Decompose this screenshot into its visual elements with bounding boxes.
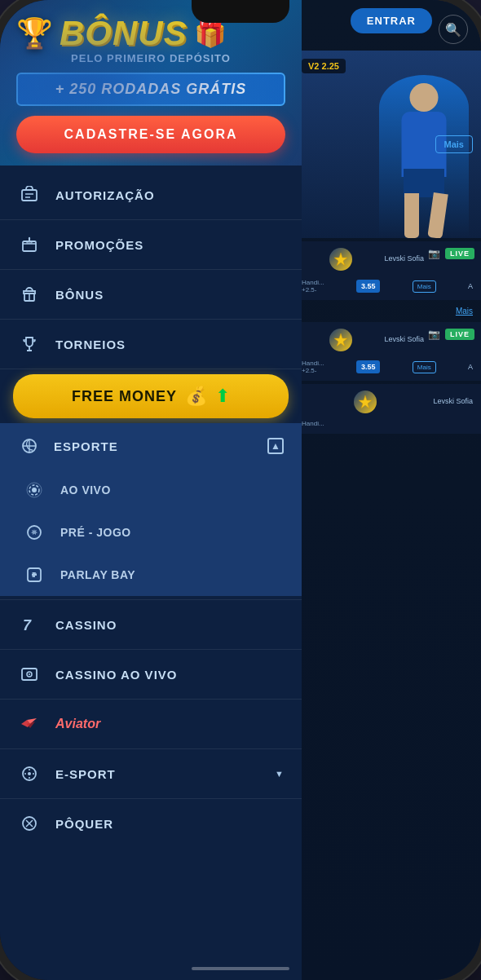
promocoes-label: PROMOÇÕES [55,238,143,252]
aviator-icon [18,713,41,735]
free-money-button[interactable]: FREE MONEY 💰 ⬆ [13,374,289,418]
bonus-icon [18,283,41,306]
sidebar-item-ao-vivo[interactable]: AO VIVO [0,469,302,511]
svg-marker-0 [334,253,347,266]
cadastre-button[interactable]: CADASTRE-SE AGORA [16,116,285,153]
sidebar-item-parlay-bay[interactable]: P PARLAY BAY [0,554,302,596]
odds-spread-2: +2.5- [302,367,324,374]
sidebar-item-poquer[interactable]: PÔQUER [0,801,302,846]
mais-link[interactable]: Mais [456,307,473,316]
bonus-label: BÔNUS [55,288,104,302]
sidebar-item-torneios[interactable]: TORNEIOS [0,321,302,367]
phone-screen: 🔍 ENTRAR V2 2.25 [0,0,481,980]
odds-type-2: Handi... [302,360,324,367]
mais-divider: Mais [293,303,481,319]
bonus-subtitle: PELO PRIMEIRO DEPÓSITO [16,52,285,64]
sidebar-item-cassino[interactable]: 7 CASSINO [0,602,302,647]
a-label-2: A [468,363,473,371]
a-label-1: A [468,282,473,290]
divider-3 [0,319,302,320]
live-match-card-1: LIVE 📷 Levski Sofia Handi... [293,241,481,300]
sidebar-item-autorizacao[interactable]: AUTORIZAÇÃO [0,172,302,218]
live-badge-1: LIVE [445,248,474,259]
odds-spread-1: +2.5- [302,286,324,294]
sidebar-item-cassino-ao-vivo[interactable]: CASSINO AO VIVO [0,651,302,697]
svg-rect-5 [27,241,32,243]
phone-notch [192,0,289,23]
cassino-icon: 7 [18,613,41,636]
esporte-label: ESPORTE [54,439,254,453]
svg-rect-3 [22,190,37,201]
divider-2 [0,269,302,270]
bonus-title: BÔNUS [60,16,188,51]
sports-panel: 🔍 ENTRAR V2 2.25 [293,0,481,980]
divider-1 [0,219,302,220]
mais-button-top[interactable]: Mais [435,135,473,153]
torneios-icon [18,333,41,355]
mais-button-1[interactable]: Mais [413,280,436,293]
mais-button-2[interactable]: Mais [413,361,436,373]
live-match-card-2: LIVE 📷 Levski Sofia Handi... +2. [293,322,481,381]
match-odds-label: V2 2.25 [302,59,346,73]
sidebar-item-pre-jogo[interactable]: PRÉ - JOGO [0,511,302,554]
team-name-3: Levski Sofia [433,397,473,405]
e-sport-chevron-icon: ▼ [275,769,284,779]
cassino-ao-vivo-icon [18,663,41,686]
aviator-label: Aviator [55,717,100,731]
svg-point-9 [32,488,37,492]
poquer-label: PÔQUER [55,817,113,831]
sidebar-item-promocoes[interactable]: PROMOÇÕES [0,222,302,267]
sidebar: 🏆 BÔNUS 🎁 PELO PRIMEIRO DEPÓSITO + 250 R… [0,0,302,980]
team-logo-3 [354,391,377,413]
esporte-icon [18,435,41,457]
odds-type-1: Handi... [302,279,324,286]
ao-vivo-icon [23,479,46,501]
divider-7 [0,699,302,700]
divider-4 [0,369,302,369]
parlay-icon: P [23,563,46,586]
sidebar-item-aviator[interactable]: Aviator [0,701,302,747]
rodadas-text: + 250 RODADAS GRÁTIS [55,81,247,97]
e-sport-icon [18,762,41,785]
odds-value-2[interactable]: 3.55 [356,360,381,373]
team-name-1: Levski Sofia [384,254,424,263]
team-logo-2 [329,329,352,351]
odds-row-2: Handi... +2.5- 3.55 Mais A [302,360,473,374]
odds-row-1: Handi... +2.5- 3.55 Mais A [302,279,473,294]
promo-icon [18,233,41,256]
svg-marker-1 [334,333,347,347]
arrow-up-icon: ⬆ [215,386,230,407]
pre-jogo-icon [23,521,46,544]
free-money-icon: 💰 [185,386,207,407]
menu-list: AUTORIZAÇÃO PROMOÇÕES [0,166,302,980]
sidebar-item-e-sport[interactable]: E-SPORT ▼ [0,751,302,797]
entrar-button[interactable]: ENTRAR [351,8,432,33]
esporte-section: ESPORTE ▲ AO VIVO [0,423,302,596]
camera-icon-2: 📷 [428,329,440,340]
auth-icon [18,183,41,206]
esporte-header[interactable]: ESPORTE ▲ [0,423,302,469]
divider-8 [0,748,302,749]
sidebar-item-bonus[interactable]: BÔNUS [0,271,302,317]
divider-9 [0,798,302,799]
player-image-area: V2 2.25 Mais [293,51,481,238]
svg-point-20 [28,772,31,775]
ao-vivo-label: AO VIVO [60,483,111,497]
svg-point-18 [29,673,30,675]
live-match-card-3: Levski Sofia Handi... [293,384,481,434]
free-money-label: FREE MONEY [72,388,177,405]
rodadas-badge: + 250 RODADAS GRÁTIS [16,73,285,106]
trophy-icon: 🏆 [16,16,53,51]
autorizacao-label: AUTORIZAÇÃO [55,188,155,202]
odds-value-1[interactable]: 3.55 [356,280,381,293]
home-bar [192,967,289,970]
camera-icon-1: 📷 [428,248,440,259]
pre-jogo-label: PRÉ - JOGO [60,526,131,539]
parlay-bay-label: PARLAY BAY [60,568,135,581]
bonus-banner: 🏆 BÔNUS 🎁 PELO PRIMEIRO DEPÓSITO + 250 R… [0,0,302,166]
divider-6 [0,649,302,650]
poquer-icon [18,812,41,835]
svg-marker-2 [359,395,372,408]
search-button[interactable]: 🔍 [439,15,468,44]
cassino-label: CASSINO [55,618,117,632]
